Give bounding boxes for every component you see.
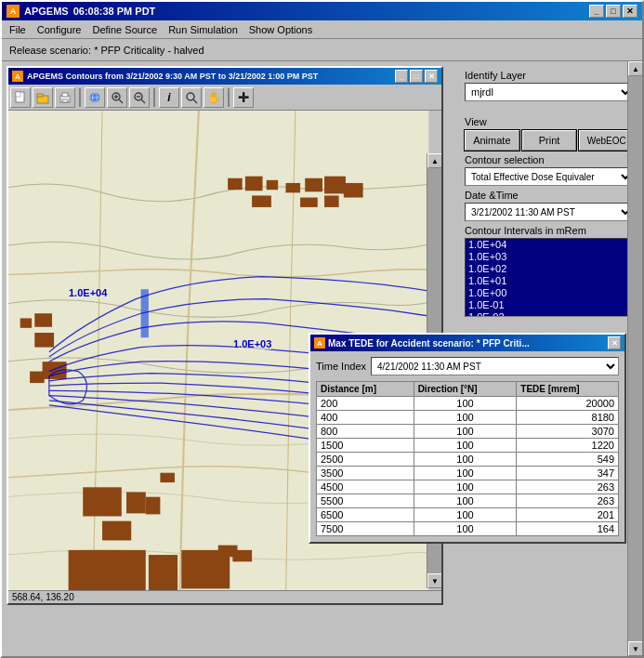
table-row: 4001008180 <box>317 411 619 425</box>
time-index-select[interactable]: 4/21/2002 11:30 AM PST <box>371 357 619 375</box>
print-tool-button[interactable] <box>55 87 75 108</box>
date-time-select[interactable]: 3/21/2002 11:30 AM PST <box>465 203 634 221</box>
menu-run-simulation[interactable]: Run Simulation <box>163 22 243 37</box>
zoom-out-tool-button[interactable] <box>129 87 150 108</box>
menu-define-source[interactable]: Define Source <box>86 22 163 37</box>
contour-item-0[interactable]: 1.0E+04 <box>466 239 633 251</box>
new-tool-button[interactable] <box>10 87 31 108</box>
contour-item-6[interactable]: 1.0E-02 <box>466 311 633 317</box>
main-scroll-track[interactable] <box>628 76 642 641</box>
identify-layer-wrapper[interactable]: mjrdl <box>465 83 634 101</box>
scroll-down-button[interactable]: ▼ <box>427 573 441 588</box>
info-tool-button[interactable]: i <box>159 87 179 108</box>
svg-rect-32 <box>34 333 54 348</box>
menu-bar: File Configure Define Source Run Simulat… <box>2 20 642 39</box>
svg-rect-25 <box>305 178 322 192</box>
contour-selection-wrapper[interactable]: Total Effective Dose Equivaler <box>465 167 634 186</box>
contour-selection-select[interactable]: Total Effective Dose Equivaler <box>465 167 634 186</box>
time-index-wrapper[interactable]: 4/21/2002 11:30 AM PST <box>371 357 619 375</box>
date-time-wrapper[interactable]: 3/21/2002 11:30 AM PST <box>465 203 634 221</box>
pan-tool-button[interactable]: ✋ <box>204 87 224 108</box>
time-index-label: Time Index <box>316 361 366 372</box>
table-row: 4500100263 <box>317 480 619 494</box>
svg-rect-23 <box>252 195 271 206</box>
contour-item-1[interactable]: 1.0E+03 <box>466 251 633 263</box>
cell-distance-5: 3500 <box>317 467 414 480</box>
svg-rect-28 <box>344 183 363 198</box>
menu-configure[interactable]: Configure <box>32 22 87 37</box>
globe-tool-button[interactable] <box>85 87 105 108</box>
col-direction: Direction [°N] <box>414 382 517 397</box>
cell-distance-8: 6500 <box>317 508 414 522</box>
map-coordinates: 568.64, 136.20 <box>8 590 441 603</box>
zoom-in-tool-button[interactable] <box>107 87 127 108</box>
svg-line-18 <box>193 99 197 103</box>
tede-content: Time Index 4/21/2002 11:30 AM PST Distan… <box>310 351 624 542</box>
map-minimize[interactable]: _ <box>395 70 408 83</box>
scroll-up-button[interactable]: ▲ <box>427 153 441 168</box>
table-row: 2500100549 <box>317 453 619 467</box>
contour-intervals-list[interactable]: 1.0E+04 1.0E+03 1.0E+02 1.0E+01 1.0E+00 … <box>465 238 634 317</box>
contour-item-3[interactable]: 1.0E+01 <box>466 275 633 287</box>
view-buttons: Animate Print WebEOC <box>465 130 634 151</box>
cell-direction-4: 100 <box>414 453 517 467</box>
map-maximize[interactable]: □ <box>410 70 423 83</box>
svg-rect-24 <box>285 183 300 192</box>
contour-label-1e3: 1.0E+03 <box>233 338 271 349</box>
svg-point-17 <box>187 93 194 100</box>
menu-show-options[interactable]: Show Options <box>243 22 318 37</box>
close-button[interactable]: ✕ <box>623 5 637 18</box>
cell-distance-4: 2500 <box>317 453 414 467</box>
svg-rect-46 <box>232 550 252 561</box>
minimize-button[interactable]: _ <box>589 5 604 18</box>
contour-item-5[interactable]: 1.0E-01 <box>466 299 633 311</box>
identify-layer-select[interactable]: mjrdl <box>465 83 634 101</box>
map-title: APGEMS Contours from 3/21/2002 9:30 AM P… <box>27 72 318 81</box>
crosshair-tool-button[interactable]: ✛ <box>233 87 254 108</box>
tede-title-bar: A Max TEDE for Accident scenario: * PFP … <box>310 335 624 351</box>
svg-rect-37 <box>126 492 146 513</box>
cell-tede-2: 3070 <box>517 425 619 439</box>
svg-line-15 <box>141 99 145 103</box>
tede-title: Max TEDE for Accident scenario: * PFP Cr… <box>328 338 530 349</box>
toolbar-separator-1 <box>79 88 81 107</box>
view-label: View <box>465 116 634 127</box>
webeoc-button[interactable]: WebEOC <box>579 130 634 151</box>
main-scrollbar[interactable]: ▲ ▼ <box>627 61 642 656</box>
contour-selection-label: Contour selection <box>465 154 634 165</box>
svg-line-11 <box>119 99 123 103</box>
contour-item-2[interactable]: 1.0E+02 <box>466 263 633 275</box>
cell-distance-6: 4500 <box>317 480 414 494</box>
cell-direction-9: 100 <box>414 522 517 536</box>
col-distance: Distance [m] <box>317 382 414 397</box>
release-bar: Release scenario: * PFP Criticality - ha… <box>2 39 642 61</box>
table-row: 3500100347 <box>317 467 619 480</box>
tede-close[interactable]: ✕ <box>608 336 621 349</box>
time-index-row: Time Index 4/21/2002 11:30 AM PST <box>316 357 619 375</box>
menu-file[interactable]: File <box>4 22 32 37</box>
cell-direction-6: 100 <box>414 480 517 494</box>
map-title-bar: A APGEMS Contours from 3/21/2002 9:30 AM… <box>8 68 441 85</box>
print-button[interactable]: Print <box>522 130 577 151</box>
cell-distance-3: 1500 <box>317 439 414 453</box>
tede-window: A Max TEDE for Accident scenario: * PFP … <box>309 333 626 544</box>
main-scroll-up[interactable]: ▲ <box>628 61 642 76</box>
search-tool-button[interactable] <box>181 87 202 108</box>
svg-rect-27 <box>324 195 339 206</box>
svg-rect-38 <box>146 497 161 515</box>
toolbar-separator-3 <box>228 88 230 107</box>
maximize-button[interactable]: □ <box>606 5 621 18</box>
main-scroll-down[interactable]: ▼ <box>628 641 642 656</box>
map-close[interactable]: ✕ <box>425 70 438 83</box>
open-tool-button[interactable] <box>33 87 53 108</box>
col-tede: TEDE [mrem] <box>517 382 619 397</box>
cell-tede-1: 8180 <box>517 411 619 425</box>
main-window: A APGEMS 06:08:38 PM PDT _ □ ✕ File Conf… <box>0 0 644 658</box>
contour-item-4[interactable]: 1.0E+00 <box>466 287 633 299</box>
svg-rect-1 <box>16 92 20 97</box>
cell-direction-0: 100 <box>414 397 517 411</box>
cell-tede-9: 164 <box>517 522 619 536</box>
cell-direction-1: 100 <box>414 411 517 425</box>
animate-button[interactable]: Animate <box>465 130 519 151</box>
cell-tede-8: 201 <box>517 508 619 522</box>
